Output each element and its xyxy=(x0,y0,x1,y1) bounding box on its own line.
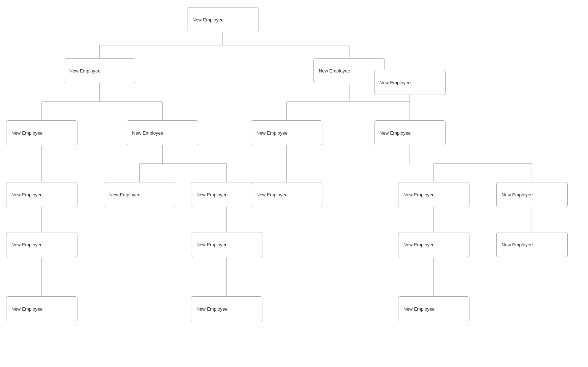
employee-node-l2_lr[interactable]: New Employee xyxy=(127,120,198,145)
employee-node-l4_lr_right[interactable]: New Employee xyxy=(191,232,262,257)
employee-node-l4_rr_mid[interactable]: New Employee xyxy=(398,232,469,257)
employee-node-l2_rr[interactable]: New Employee xyxy=(374,70,446,95)
employee-node-l2_ll[interactable]: New Employee xyxy=(6,120,77,145)
employee-node-l3_rr_right[interactable]: New Employee xyxy=(496,182,568,207)
employee-node-l4_ll[interactable]: New Employee xyxy=(6,232,77,257)
employee-node-l3_lr_left[interactable]: New Employee xyxy=(104,182,175,207)
employee-node-l5_rr_mid[interactable]: New Employee xyxy=(398,296,469,321)
employee-node-l3_rr_mid[interactable]: New Employee xyxy=(398,182,469,207)
employee-node-l3_ll_child[interactable]: New Employee xyxy=(6,182,77,207)
employee-node-l5_ll[interactable]: New Employee xyxy=(6,296,77,321)
employee-node-l4_rr_right[interactable]: New Employee xyxy=(496,232,568,257)
employee-node-root[interactable]: New Employee xyxy=(187,7,258,32)
employee-node-l3_rl_child[interactable]: New Employee xyxy=(251,182,322,207)
employee-node-l1_left[interactable]: New Employee xyxy=(64,58,135,83)
employee-node-l2_rl[interactable]: New Employee xyxy=(251,120,322,145)
org-chart: New EmployeeNew EmployeeNew EmployeeNew … xyxy=(0,0,588,367)
employee-node-l3_rr_left[interactable]: New Employee xyxy=(374,120,446,145)
employee-node-l5_lr_right[interactable]: New Employee xyxy=(191,296,262,321)
